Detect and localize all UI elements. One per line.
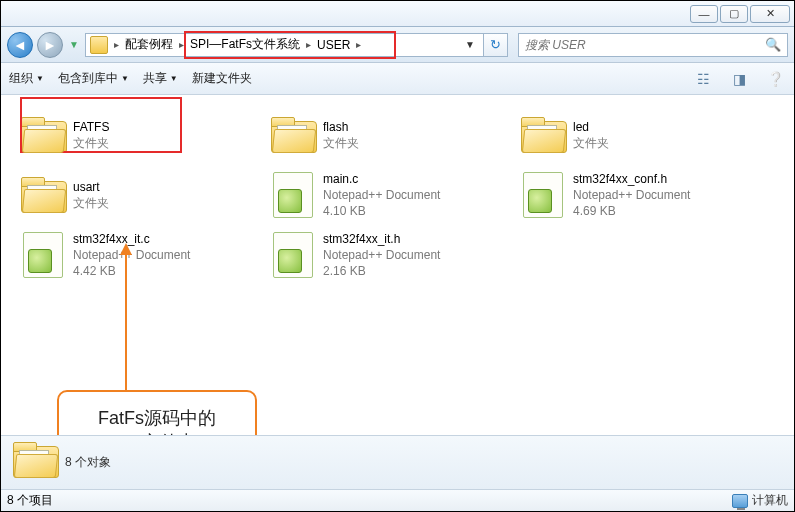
toolbar-label: 包含到库中 [58,70,118,87]
folder-item[interactable]: usart文件夹 [15,165,265,225]
chevron-down-icon: ▼ [170,74,178,83]
chevron-right-icon[interactable]: ▸ [112,39,121,50]
minimize-button[interactable]: — [690,5,718,23]
share-button[interactable]: 共享 ▼ [143,70,178,87]
toolbar-label: 共享 [143,70,167,87]
include-in-library-button[interactable]: 包含到库中 ▼ [58,70,129,87]
breadcrumb-item[interactable]: SPI—FatFs文件系统 [186,36,304,53]
folder-icon [519,111,567,159]
toolbar-label: 组织 [9,70,33,87]
status-label: 计算机 [752,492,788,509]
file-item[interactable]: ✎stm32f4xx_it.hNotepad++ Document2.16 KB [265,225,515,285]
status-item-count: 8 个项目 [7,492,732,509]
item-subtitle: 文件夹 [73,195,109,211]
file-item[interactable]: ✎stm32f4xx_it.cNotepad++ Document4.42 KB [15,225,265,285]
close-button[interactable]: ✕ [750,5,790,23]
item-name: stm32f4xx_it.h [323,231,440,247]
breadcrumb-item[interactable]: 配套例程 [121,36,177,53]
forward-button[interactable]: ► [37,32,63,58]
item-subtitle: Notepad++ Document [323,247,440,263]
address-bar[interactable]: ▸ 配套例程 ▸ SPI—FatFs文件系统 ▸ USER ▸ ▼ [85,33,484,57]
item-name: usart [73,179,109,195]
item-name: flash [323,119,359,135]
details-text: 8 个对象 [65,454,111,471]
item-name: main.c [323,171,440,187]
nav-history-dropdown[interactable]: ▼ [67,34,81,56]
item-name: stm32f4xx_conf.h [573,171,690,187]
chevron-down-icon: ▼ [121,74,129,83]
chevron-right-icon[interactable]: ▸ [354,39,363,50]
chevron-down-icon: ▼ [36,74,44,83]
organize-button[interactable]: 组织 ▼ [9,70,44,87]
address-dropdown[interactable]: ▼ [461,39,479,50]
computer-icon [732,494,748,508]
item-name: FATFS [73,119,109,135]
folder-item[interactable]: FATFS文件夹 [15,105,265,165]
file-icon: ✎ [269,231,317,279]
status-computer: 计算机 [732,492,788,509]
annotation-arrow [125,245,127,391]
folder-icon [90,36,108,54]
item-subtitle: Notepad++ Document [573,187,690,203]
folder-item[interactable]: led文件夹 [515,105,765,165]
back-button[interactable]: ◄ [7,32,33,58]
breadcrumb-item[interactable]: USER [313,38,354,52]
folder-item[interactable]: flash文件夹 [265,105,515,165]
item-size: 4.10 KB [323,203,440,219]
new-folder-button[interactable]: 新建文件夹 [192,70,252,87]
file-icon: ✎ [519,171,567,219]
refresh-button[interactable]: ↻ [484,33,508,57]
maximize-button[interactable]: ▢ [720,5,748,23]
callout-line: FatFs源码中的 [98,406,216,430]
item-subtitle: 文件夹 [323,135,359,151]
search-box[interactable]: 🔍 [518,33,788,57]
folder-icon [19,171,67,219]
search-input[interactable] [525,38,765,52]
item-subtitle: 文件夹 [73,135,109,151]
toolbar-label: 新建文件夹 [192,70,252,87]
folder-icon [19,111,67,159]
item-name: led [573,119,609,135]
item-size: 4.69 KB [573,203,690,219]
chevron-right-icon[interactable]: ▸ [304,39,313,50]
file-icon: ✎ [269,171,317,219]
file-item[interactable]: ✎main.cNotepad++ Document4.10 KB [265,165,515,225]
item-size: 4.42 KB [73,263,190,279]
item-size: 2.16 KB [323,263,440,279]
help-button[interactable]: ❔ [764,69,786,89]
folder-icon [269,111,317,159]
chevron-right-icon[interactable]: ▸ [177,39,186,50]
item-subtitle: 文件夹 [573,135,609,151]
file-item[interactable]: ✎stm32f4xx_conf.hNotepad++ Document4.69 … [515,165,765,225]
view-options-button[interactable]: ☷ [692,69,714,89]
search-icon[interactable]: 🔍 [765,37,781,52]
folder-icon [13,442,55,484]
preview-pane-button[interactable]: ◨ [728,69,750,89]
item-subtitle: Notepad++ Document [323,187,440,203]
file-icon: ✎ [19,231,67,279]
